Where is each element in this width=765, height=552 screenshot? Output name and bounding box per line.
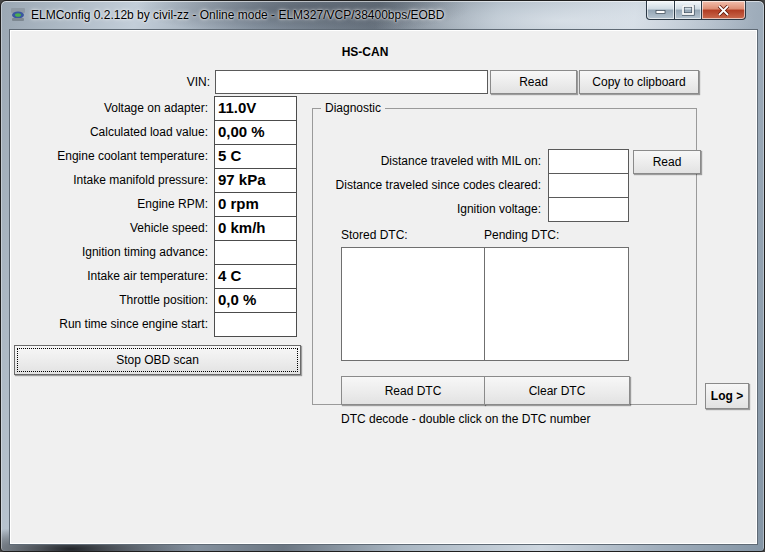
- sensor-value-field[interactable]: 0 rpm: [214, 192, 297, 217]
- sensor-label: Intake manifold pressure:: [14, 168, 214, 193]
- sensor-label: Run time since engine start:: [14, 312, 214, 337]
- pending-dtc-label: Pending DTC:: [484, 228, 559, 242]
- sensor-value-field[interactable]: 0,00 %: [214, 120, 297, 145]
- dtc-decode-hint: DTC decode - double click on the DTC num…: [341, 412, 590, 426]
- stop-obd-scan-button[interactable]: Stop OBD scan: [14, 345, 301, 375]
- vin-label: VIN:: [110, 75, 210, 89]
- diagnostic-labels: Distance traveled with MIL on: Distance …: [313, 149, 541, 222]
- sensor-label: Intake air temperature:: [14, 264, 214, 289]
- sensor-value-field[interactable]: 4 C: [214, 264, 297, 289]
- close-icon: [717, 5, 730, 16]
- sensor-row: Engine RPM: 0 rpm: [14, 192, 297, 217]
- ignition-voltage-label: Ignition voltage:: [313, 197, 541, 222]
- stored-dtc-label: Stored DTC:: [341, 228, 408, 242]
- window-title: ELMConfig 0.2.12b by civil-zz - Online m…: [31, 8, 445, 22]
- diagnostic-fields: [548, 149, 629, 222]
- sensor-row: Intake manifold pressure: 97 kPa: [14, 168, 297, 193]
- clear-dtc-button[interactable]: Clear DTC: [484, 376, 630, 405]
- diagnostic-group-title: Diagnostic: [321, 101, 385, 115]
- app-window: ELMConfig 0.2.12b by civil-zz - Online m…: [0, 0, 765, 552]
- app-icon: [10, 7, 26, 23]
- sensor-value-field[interactable]: 11.0V: [214, 96, 297, 121]
- sensor-row: Calculated load value: 0,00 %: [14, 120, 297, 145]
- sensor-readouts: Voltage on adapter: 11.0V Calculated loa…: [14, 96, 297, 337]
- close-button[interactable]: [702, 1, 746, 20]
- vin-read-button[interactable]: Read: [490, 70, 577, 94]
- sensor-value-field[interactable]: 5 C: [214, 144, 297, 169]
- vin-copy-button[interactable]: Copy to clipboard: [579, 70, 699, 94]
- sensor-label: Calculated load value:: [14, 120, 214, 145]
- diagnostic-group: Diagnostic Distance traveled with MIL on…: [312, 108, 697, 405]
- sensor-row: Intake air temperature: 4 C: [14, 264, 297, 289]
- pending-dtc-list[interactable]: [484, 247, 629, 361]
- diagnostic-read-button[interactable]: Read: [633, 150, 701, 174]
- sensor-row: Ignition timing advance:: [14, 240, 297, 265]
- mil-distance-label: Distance traveled with MIL on:: [313, 149, 541, 174]
- sensor-row: Vehicle speed: 0 km/h: [14, 216, 297, 241]
- sensor-label: Engine RPM:: [14, 192, 214, 217]
- sensor-value-field[interactable]: 97 kPa: [214, 168, 297, 193]
- sensor-value-field[interactable]: 0,0 %: [214, 288, 297, 313]
- sensor-label: Throttle position:: [14, 288, 214, 313]
- sensor-value-field[interactable]: [214, 312, 297, 337]
- mil-distance-field[interactable]: [548, 149, 629, 174]
- sensor-row: Engine coolant temperature: 5 C: [14, 144, 297, 169]
- cleared-distance-field[interactable]: [548, 173, 629, 198]
- log-button[interactable]: Log >: [705, 383, 749, 409]
- caption-buttons: [646, 1, 746, 21]
- vin-input[interactable]: [215, 70, 488, 94]
- read-dtc-button[interactable]: Read DTC: [341, 376, 485, 405]
- sensor-label: Engine coolant temperature:: [14, 144, 214, 169]
- maximize-icon: [682, 5, 695, 16]
- sensor-label: Ignition timing advance:: [14, 240, 214, 265]
- minimize-button[interactable]: [646, 1, 675, 20]
- stored-dtc-list[interactable]: [341, 247, 485, 361]
- sensor-label: Voltage on adapter:: [14, 96, 214, 121]
- titlebar[interactable]: ELMConfig 0.2.12b by civil-zz - Online m…: [1, 1, 764, 29]
- cleared-distance-label: Distance traveled since codes cleared:: [313, 173, 541, 198]
- ignition-voltage-field[interactable]: [548, 197, 629, 222]
- client-area: HS-CAN VIN: Read Copy to clipboard Volta…: [9, 29, 758, 545]
- sensor-row: Run time since engine start:: [14, 312, 297, 337]
- sensor-value-field[interactable]: 0 km/h: [214, 216, 297, 241]
- sensor-label: Vehicle speed:: [14, 216, 214, 241]
- maximize-button[interactable]: [675, 1, 702, 20]
- sensor-value-field[interactable]: [214, 240, 297, 265]
- minimize-icon: [655, 5, 667, 15]
- sensor-row: Throttle position: 0,0 %: [14, 288, 297, 313]
- sensor-row: Voltage on adapter: 11.0V: [14, 96, 297, 121]
- bus-mode-label: HS-CAN: [305, 45, 425, 59]
